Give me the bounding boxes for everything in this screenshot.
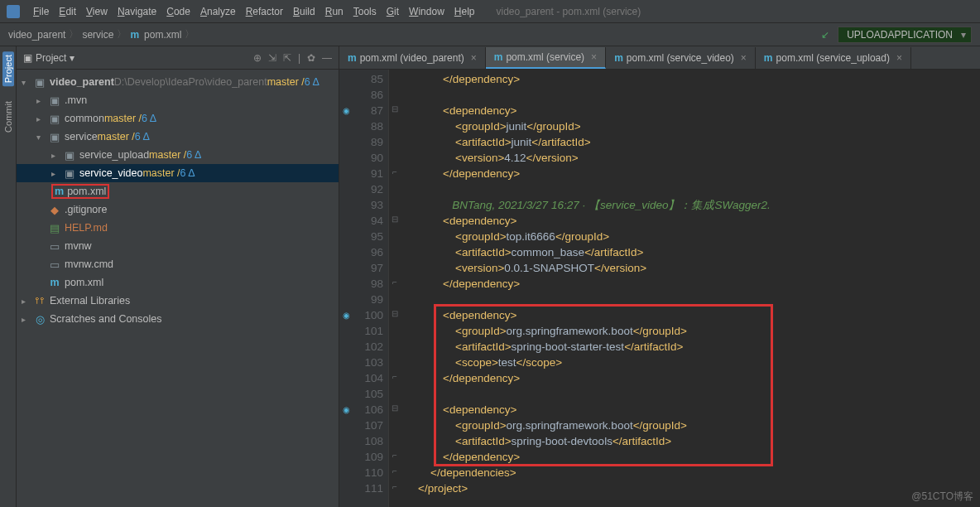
menu-view[interactable]: View bbox=[81, 6, 113, 17]
window-title: video_parent - pom.xml (service) bbox=[496, 6, 641, 17]
editor-tabs: mpom.xml (video_parent)×mpom.xml (servic… bbox=[339, 46, 980, 70]
run-config-selector[interactable]: UPLOADAPPLICATION bbox=[838, 27, 972, 43]
menu-edit[interactable]: Edit bbox=[54, 6, 81, 17]
project-tree[interactable]: ▾▣video_parent D:\Develop\IdeaPro\video_… bbox=[17, 70, 339, 331]
tree-row[interactable]: ▸▣common master / 6 Δ bbox=[17, 109, 339, 128]
tree-row[interactable]: ▤HELP.md bbox=[17, 219, 339, 237]
divider: | bbox=[298, 52, 300, 64]
menu-file[interactable]: File bbox=[28, 6, 54, 17]
back-icon[interactable]: ↙ bbox=[821, 29, 829, 41]
editor: mpom.xml (video_parent)×mpom.xml (servic… bbox=[339, 46, 980, 507]
menu-run[interactable]: Run bbox=[320, 6, 348, 17]
tree-row[interactable]: ▭mvnw.cmd bbox=[17, 255, 339, 273]
gear-icon[interactable]: ✿ bbox=[307, 52, 315, 64]
menu-analyze[interactable]: Analyze bbox=[195, 6, 241, 17]
menubar: FileEditViewNavigateCodeAnalyzeRefactorB… bbox=[0, 0, 980, 23]
tree-row[interactable]: ▸▣service_upload master / 6 Δ bbox=[17, 146, 339, 164]
close-icon[interactable]: × bbox=[471, 52, 477, 64]
hide-icon[interactable]: — bbox=[322, 52, 332, 64]
tree-row[interactable]: ▸⫯⫯External Libraries bbox=[17, 292, 339, 310]
tree-row[interactable]: ▾▣service master / 6 Δ bbox=[17, 128, 339, 146]
tree-row[interactable]: ▸◎Scratches and Consoles bbox=[17, 310, 339, 328]
tree-row[interactable]: ▸▣service_video master / 6 Δ bbox=[17, 164, 339, 182]
editor-tab[interactable]: mpom.xml (video_parent)× bbox=[339, 47, 486, 69]
project-sidebar: ▣ Project ▾ ⊕ ⇲ ⇱ | ✿ — ▾▣video_parent D… bbox=[17, 46, 339, 507]
toolbar: video_parent〉 service〉 mpom.xml〉 ↙ UPLOA… bbox=[0, 23, 980, 46]
close-icon[interactable]: × bbox=[591, 51, 597, 63]
editor-tab[interactable]: mpom.xml (service)× bbox=[486, 47, 606, 69]
close-icon[interactable]: × bbox=[896, 52, 902, 64]
menu-git[interactable]: Git bbox=[382, 6, 404, 17]
target-icon[interactable]: ⊕ bbox=[253, 52, 262, 64]
menu-navigate[interactable]: Navigate bbox=[113, 6, 161, 17]
left-gutter: Project Commit bbox=[0, 46, 17, 507]
editor-tab[interactable]: mpom.xml (service_video)× bbox=[606, 47, 756, 69]
tree-row[interactable]: ▭mvnw bbox=[17, 237, 339, 255]
collapse-icon[interactable]: ⇲ bbox=[268, 52, 276, 64]
watermark: @51CTO博客 bbox=[911, 490, 973, 504]
expand-icon[interactable]: ⇱ bbox=[283, 52, 291, 64]
app-logo-icon bbox=[7, 5, 20, 18]
tree-row[interactable]: ▾▣video_parent D:\Develop\IdeaPro\video_… bbox=[17, 73, 339, 91]
menu-window[interactable]: Window bbox=[404, 6, 449, 17]
menu-build[interactable]: Build bbox=[288, 6, 320, 17]
gutter-tab-project[interactable]: Project bbox=[2, 51, 14, 86]
tree-row[interactable]: mpom.xml bbox=[17, 273, 339, 292]
code-editor[interactable]: 8586◉87888990919293949596979899◉10010110… bbox=[339, 70, 980, 507]
tree-row[interactable]: ▸▣.mvn bbox=[17, 91, 339, 109]
gutter-tab-commit[interactable]: Commit bbox=[2, 98, 14, 136]
close-icon[interactable]: × bbox=[741, 52, 747, 64]
tree-row[interactable]: mpom.xml bbox=[17, 182, 339, 200]
menu-code[interactable]: Code bbox=[161, 6, 195, 17]
menu-refactor[interactable]: Refactor bbox=[241, 6, 288, 17]
breadcrumb[interactable]: video_parent〉 service〉 mpom.xml〉 bbox=[8, 27, 195, 41]
menu-help[interactable]: Help bbox=[449, 6, 480, 17]
editor-tab[interactable]: mpom.xml (service_upload)× bbox=[756, 47, 911, 69]
sidebar-title[interactable]: ▣ Project ▾ bbox=[23, 52, 74, 64]
tree-row[interactable]: ◆.gitignore bbox=[17, 200, 339, 219]
menu-tools[interactable]: Tools bbox=[348, 6, 382, 17]
